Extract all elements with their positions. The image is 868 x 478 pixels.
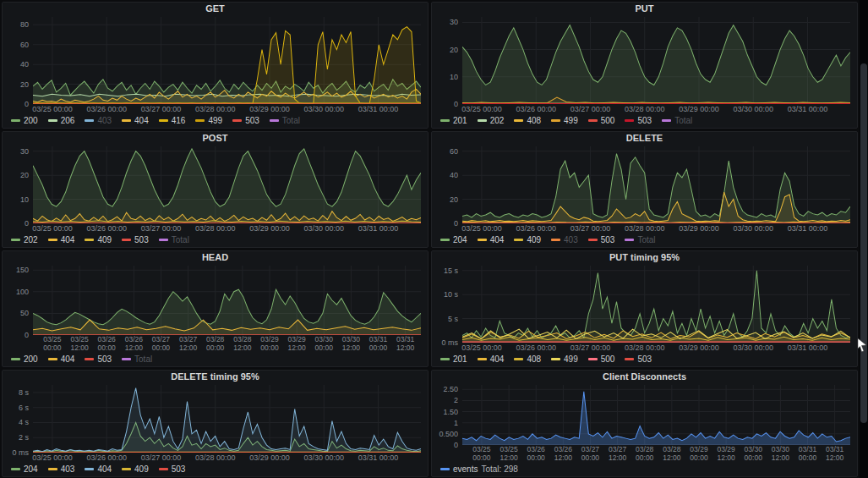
chart-canvas — [33, 266, 421, 335]
y-tick-label: 0 — [25, 219, 29, 228]
legend-item[interactable]: Total — [159, 235, 189, 244]
legend-item[interactable]: 404 — [85, 464, 112, 474]
legend-label: 404 — [61, 354, 75, 364]
y-tick-label: 100 — [16, 288, 29, 296]
legend-item[interactable]: 503 — [232, 116, 259, 125]
legend-item[interactable]: 503 — [122, 235, 149, 244]
scrollbar-track[interactable] — [860, 0, 868, 478]
legend-item[interactable]: 403 — [48, 464, 75, 474]
chart-plot[interactable] — [462, 146, 850, 223]
legend-item[interactable]: 404 — [48, 235, 75, 244]
x-tick-label: 03/2712:00 — [179, 336, 197, 352]
legend-swatch — [625, 119, 634, 122]
y-tick-label: 30 — [450, 18, 458, 26]
legend-item[interactable]: Total — [662, 116, 692, 125]
legend-label: 409 — [527, 235, 541, 244]
y-tick-label: 2 — [454, 396, 458, 404]
y-axis-labels: 0102030 — [435, 17, 462, 104]
legend-label: 408 — [527, 116, 541, 125]
legend: 200404503Total — [3, 353, 428, 366]
legend-item[interactable]: 409 — [514, 235, 541, 244]
scrollbar-thumb[interactable] — [860, 63, 867, 423]
legend-item[interactable]: 409 — [85, 235, 112, 244]
legend-item[interactable]: 204 — [11, 464, 38, 474]
legend-item[interactable]: 204 — [440, 235, 467, 244]
legend-item[interactable]: 499 — [195, 116, 222, 125]
chart-plot[interactable] — [33, 385, 421, 453]
legend-swatch — [440, 239, 450, 241]
legend-item[interactable]: 500 — [588, 354, 615, 364]
legend-item[interactable]: 206 — [48, 116, 75, 125]
legend-item[interactable]: 200 — [11, 354, 38, 364]
y-tick-label: 1.50 — [443, 408, 458, 416]
legend-label: 499 — [208, 116, 222, 125]
x-tick-label: 03/29 00:00 — [249, 224, 290, 233]
y-axis-labels: 050100150 — [6, 266, 33, 335]
panel-title[interactable]: HEAD — [3, 251, 428, 264]
x-tick-label: 03/3100:00 — [369, 336, 387, 352]
legend-item[interactable]: 503 — [159, 464, 186, 474]
x-tick-label: 03/29 00:00 — [249, 105, 290, 113]
legend-item[interactable]: Total — [625, 235, 655, 244]
legend-label: 499 — [564, 354, 578, 364]
panel-title[interactable]: PUT — [432, 3, 857, 15]
x-tick-label: 03/2800:00 — [636, 446, 653, 462]
legend-item[interactable]: 416 — [159, 116, 186, 125]
panel-title[interactable]: GET — [3, 3, 428, 15]
legend-item[interactable]: 409 — [122, 464, 149, 474]
legend-item[interactable]: 503 — [625, 116, 652, 125]
panel-head: HEAD 050100150 03/2500:0003/2512:0003/26… — [2, 250, 429, 367]
panel-post: POST 0102030 03/25 00:0003/26 00:0003/27… — [2, 131, 429, 248]
legend-item[interactable]: 201 — [440, 116, 467, 125]
panel-title[interactable]: POST — [3, 132, 428, 145]
legend-item[interactable]: 202 — [11, 235, 38, 244]
y-axis-labels: 020406080 — [6, 17, 33, 104]
y-axis-labels: 0 ms5 s10 s15 s — [435, 266, 462, 343]
legend-swatch — [588, 239, 598, 241]
x-tick-label: 03/28 00:00 — [625, 105, 665, 113]
legend-item[interactable]: 499 — [551, 116, 578, 125]
legend-item[interactable]: Total — [270, 116, 300, 125]
x-tick-label: 03/27 00:00 — [141, 224, 182, 233]
x-tick-label: 03/31 00:00 — [788, 224, 828, 233]
y-tick-label: 60 — [450, 147, 458, 156]
x-tick-label: 03/2900:00 — [690, 446, 707, 462]
chart-plot[interactable] — [462, 385, 850, 445]
legend-item[interactable]: 408 — [514, 116, 541, 125]
legend-item[interactable]: eventsTotal: 298 — [440, 464, 518, 474]
legend-label: 503 — [97, 354, 112, 364]
legend-swatch — [270, 119, 279, 122]
legend-item[interactable]: 403 — [85, 116, 112, 125]
legend-item[interactable]: 404 — [48, 354, 75, 364]
legend-item[interactable]: 403 — [551, 235, 578, 244]
chart-plot[interactable] — [462, 17, 850, 104]
legend: 202404409503Total — [3, 234, 428, 247]
panel-title[interactable]: Client Disconnects — [432, 371, 857, 383]
x-tick-label: 03/30 00:00 — [733, 105, 773, 113]
legend-item[interactable]: 503 — [85, 354, 112, 364]
legend-item[interactable]: 404 — [478, 235, 505, 244]
legend-item[interactable]: 408 — [514, 354, 541, 364]
legend-item[interactable]: 200 — [11, 116, 38, 125]
legend-item[interactable]: 503 — [625, 354, 652, 364]
legend-item[interactable]: 201 — [440, 354, 467, 364]
panel-title[interactable]: PUT timing 95% — [432, 251, 857, 264]
panel-title[interactable]: DELETE — [432, 132, 857, 145]
legend-item[interactable]: 404 — [478, 354, 505, 364]
chart-plot[interactable] — [33, 146, 421, 223]
legend-item[interactable]: 202 — [478, 116, 505, 125]
chart-plot[interactable] — [33, 17, 421, 104]
x-tick-label: 03/31 00:00 — [358, 105, 399, 113]
chart-plot[interactable] — [33, 266, 421, 335]
x-tick-label: 03/29 00:00 — [249, 453, 290, 462]
legend-item[interactable]: Total — [122, 354, 152, 364]
legend-item[interactable]: 499 — [551, 354, 578, 364]
panel-title[interactable]: DELETE timing 95% — [3, 371, 428, 383]
chart-plot[interactable] — [462, 266, 850, 343]
legend-item[interactable]: 500 — [588, 116, 615, 125]
legend-swatch — [48, 119, 57, 122]
y-tick-label: 8 s — [19, 388, 29, 397]
legend-item[interactable]: 404 — [122, 116, 149, 125]
legend-item[interactable]: 503 — [588, 235, 615, 244]
legend-label: 503 — [134, 235, 149, 244]
